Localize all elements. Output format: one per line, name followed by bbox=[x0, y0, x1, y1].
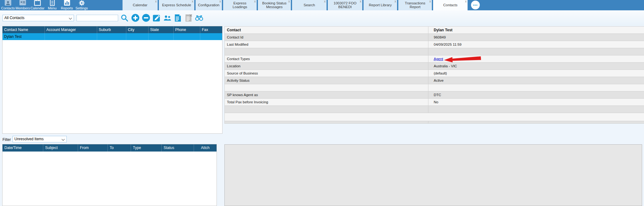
appbar-item-members[interactable]: Members bbox=[15, 0, 30, 10]
detail-row-header: Contact Dylan Test bbox=[225, 27, 644, 34]
tab-label: Express Schedule bbox=[162, 3, 191, 7]
tab-calendar[interactable]: Calendarx bbox=[123, 0, 158, 10]
tab-report-library[interactable]: Report Libraryx bbox=[364, 0, 397, 10]
column-header-phone[interactable]: Phone bbox=[174, 26, 200, 33]
detail-value-contact-name: Dylan Test bbox=[428, 27, 644, 33]
tab-close-icon[interactable]: x bbox=[192, 0, 193, 3]
tab-label: Transactions Report bbox=[401, 1, 429, 9]
detail-label: Contact Types bbox=[225, 55, 428, 62]
tab-configuration[interactable]: Configurationx bbox=[196, 0, 222, 10]
edit-icon[interactable] bbox=[152, 14, 161, 22]
column-header-to[interactable]: To bbox=[108, 144, 131, 152]
column-header-attch[interactable]: Attch bbox=[194, 144, 217, 152]
detail-label: Activity Status bbox=[225, 77, 428, 84]
contacts-icon bbox=[4, 0, 12, 6]
column-header-from[interactable]: From bbox=[78, 144, 108, 152]
tab-express-loadings[interactable]: Express Loadingsx bbox=[223, 0, 257, 10]
report-icon[interactable] bbox=[174, 14, 182, 22]
tab-close-icon[interactable]: x bbox=[360, 0, 361, 3]
remove-icon[interactable] bbox=[142, 14, 150, 22]
detail-row-source-of-business: Source of Business (default) bbox=[225, 70, 644, 77]
tab-close-icon[interactable]: x bbox=[288, 0, 290, 3]
filter-select[interactable]: Unresolved Items bbox=[13, 136, 67, 142]
members-icon bbox=[19, 0, 26, 6]
detail-row-total-pax-before-invoicing: Total Pax before Invoicing No bbox=[225, 99, 644, 106]
cell-fax bbox=[200, 33, 222, 40]
detail-row-contact-types: Contact Types Agent bbox=[225, 55, 644, 63]
appbar-item-label: Contacts bbox=[1, 6, 15, 10]
tab-close-icon[interactable]: x bbox=[324, 0, 326, 3]
tab-close-icon[interactable]: x bbox=[254, 0, 256, 3]
filter-select-value: Unresolved Items bbox=[14, 137, 44, 141]
tab-label: Configuration bbox=[198, 3, 219, 7]
appbar-item-settings[interactable]: Settings bbox=[74, 0, 89, 10]
contact-row-dylan-test[interactable]: Dylan Test bbox=[3, 33, 222, 40]
contact-search-input[interactable] bbox=[76, 15, 118, 21]
appbar-item-label: Reports bbox=[61, 6, 73, 10]
column-header-contact-name[interactable]: Contact Name bbox=[3, 26, 45, 33]
settings-icon bbox=[79, 0, 85, 6]
filter-label: Filter bbox=[3, 137, 11, 142]
column-header-type[interactable]: Type bbox=[131, 144, 162, 152]
tab-booking-status-messages[interactable]: Booking Status Messagesx bbox=[258, 0, 291, 10]
column-header-status[interactable]: Status bbox=[162, 144, 194, 152]
column-header-date-time[interactable]: Date/Time bbox=[3, 144, 43, 152]
detail-value: Australia - VIC bbox=[428, 63, 644, 70]
add-icon[interactable] bbox=[131, 14, 139, 22]
detail-label: Last Modified bbox=[225, 41, 428, 48]
cell-contact-name: Dylan Test bbox=[3, 33, 45, 40]
messages-header: Date/Time Subject From To Type Status At… bbox=[3, 144, 217, 152]
tab-close-icon[interactable]: x bbox=[429, 0, 431, 3]
tab-contacts[interactable]: Contactsx bbox=[433, 0, 468, 10]
tab-express-schedule[interactable]: Express Schedulex bbox=[159, 0, 194, 10]
appbar-item-calendar[interactable]: Calendar bbox=[30, 0, 45, 10]
contact-list-panel: Contact Name Account Manager Suburb City… bbox=[2, 26, 223, 134]
contact-type-agent-link[interactable]: Agent bbox=[434, 57, 443, 61]
search-icon[interactable] bbox=[120, 14, 129, 22]
appbar-item-reports[interactable]: Reports bbox=[60, 0, 74, 10]
tab-close-icon[interactable]: x bbox=[219, 0, 221, 3]
tab-booking-1003072[interactable]: 1003072 FOO BENEDIx bbox=[328, 0, 362, 10]
appbar-item-menu[interactable]: Menu bbox=[45, 0, 60, 10]
reports-icon bbox=[64, 0, 71, 6]
tab-bar: Calendarx Express Schedulex Configuratio… bbox=[123, 0, 480, 10]
column-header-fax[interactable]: Fax bbox=[200, 26, 222, 33]
detail-row-contact-id: Contact Id 960849 bbox=[225, 34, 644, 41]
column-header-subject[interactable]: Subject bbox=[43, 144, 78, 152]
detail-row-blank bbox=[225, 84, 644, 91]
detail-value: Agent bbox=[428, 55, 644, 62]
contact-list-header: Contact Name Account Manager Suburb City… bbox=[3, 26, 222, 33]
column-header-suburb[interactable]: Suburb bbox=[97, 26, 126, 33]
column-header-city[interactable]: City bbox=[126, 26, 149, 33]
tab-label: Search bbox=[304, 3, 315, 7]
binoculars-icon[interactable] bbox=[195, 14, 203, 22]
cell-suburb bbox=[97, 33, 126, 40]
contact-view-select[interactable]: All Contacts bbox=[3, 15, 74, 21]
detail-label: Contact bbox=[225, 27, 428, 33]
detail-value: (default) bbox=[428, 70, 644, 77]
tab-label: Calendar bbox=[133, 3, 148, 7]
tab-label: Express Loadings bbox=[226, 1, 254, 9]
detail-row-blank bbox=[225, 48, 644, 55]
tab-overflow-button[interactable]: ••• bbox=[471, 1, 480, 9]
tab-transactions-report[interactable]: Transactions Reportx bbox=[398, 0, 432, 10]
tab-close-icon[interactable]: x bbox=[155, 0, 157, 3]
contact-view-select-value: All Contacts bbox=[4, 16, 24, 20]
contacts-toolbar: All Contacts bbox=[0, 10, 644, 26]
detail-row-location: Location Australia - VIC bbox=[225, 63, 644, 70]
column-header-state[interactable]: State bbox=[149, 26, 174, 33]
tab-search[interactable]: Searchx bbox=[292, 0, 327, 10]
detail-value: 04/09/2025 11:59 bbox=[428, 41, 644, 48]
detail-row-last-modified: Last Modified 04/09/2025 11:59 bbox=[225, 41, 644, 48]
detail-label: Contact Id bbox=[225, 34, 428, 41]
tab-close-icon[interactable]: x bbox=[465, 0, 467, 3]
appbar-item-label: Menu bbox=[48, 6, 57, 10]
members-icon[interactable] bbox=[163, 14, 171, 22]
detail-label: Total Pax before Invoicing bbox=[225, 99, 428, 106]
detail-value: Active bbox=[428, 77, 644, 84]
tab-label: 1003072 FOO BENEDI bbox=[329, 1, 361, 9]
app-icon-toolbar: Contacts Members Calendar Menu Reports S… bbox=[1, 0, 89, 10]
appbar-item-contacts[interactable]: Contacts bbox=[1, 0, 15, 10]
tab-close-icon[interactable]: x bbox=[395, 0, 396, 3]
column-header-account-manager[interactable]: Account Manager bbox=[45, 26, 97, 33]
